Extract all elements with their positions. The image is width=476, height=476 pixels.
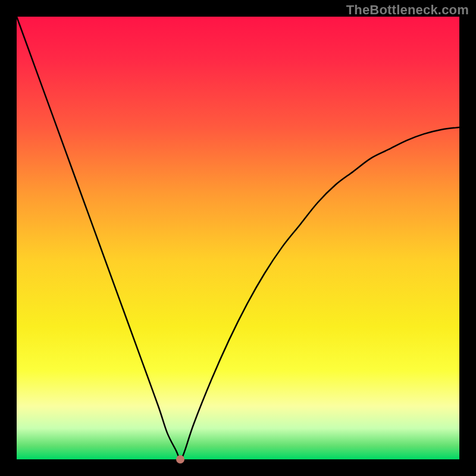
bottleneck-curve (17, 17, 459, 459)
watermark-text: TheBottleneck.com (346, 2, 469, 18)
minimum-marker-dot (176, 455, 184, 464)
plot-area (17, 17, 459, 459)
chart-frame: TheBottleneck.com (0, 0, 476, 476)
